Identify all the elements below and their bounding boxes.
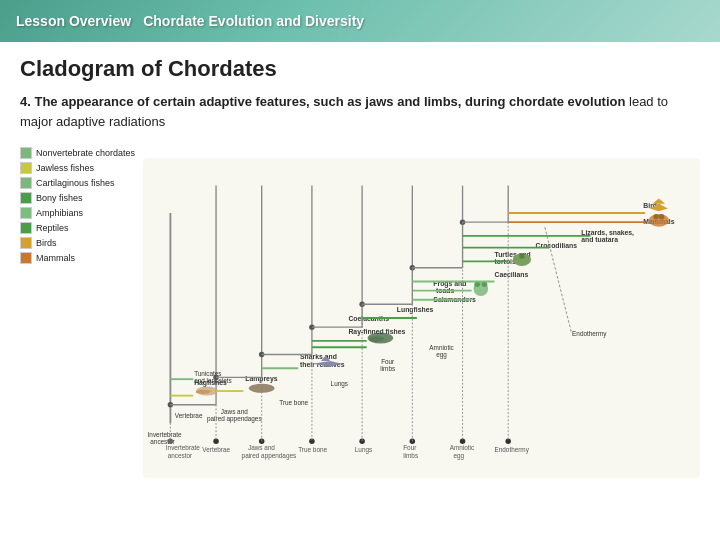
- svg-text:limbs: limbs: [403, 452, 418, 459]
- legend-label-jawless: Jawless fishes: [36, 163, 94, 174]
- legend-color-jawless: [20, 162, 32, 174]
- page-header-title: Chordate Evolution and Diversity: [143, 13, 364, 29]
- cladogram-diagram: Invertebrate ancestor Vertebrae Hagfishe…: [143, 143, 700, 493]
- svg-text:Amniotic: Amniotic: [450, 444, 475, 451]
- legend-color-nonvertebrate: [20, 147, 32, 159]
- svg-text:Four: Four: [403, 444, 417, 451]
- legend-label-birds: Birds: [36, 238, 57, 249]
- svg-text:Endothermy: Endothermy: [495, 446, 530, 454]
- svg-point-64: [519, 253, 524, 258]
- lesson-label: Lesson Overview: [16, 13, 131, 29]
- legend-color-mammals: [20, 252, 32, 264]
- legend-item-bony: Bony fishes: [20, 192, 135, 204]
- description: 4. The appearance of certain adaptive fe…: [20, 92, 700, 131]
- page-title: Cladogram of Chordates: [20, 56, 700, 82]
- svg-text:and tuatara: and tuatara: [581, 236, 618, 243]
- svg-text:limbs: limbs: [380, 365, 395, 372]
- svg-point-80: [653, 214, 658, 219]
- cladogram-container: Nonvertebrate chordates Jawless fishes C…: [20, 143, 700, 493]
- header: Lesson Overview Chordate Evolution and D…: [0, 0, 720, 42]
- legend-label-cartilaginous: Cartilaginous fishes: [36, 178, 115, 189]
- description-bold: 4. The appearance of certain adaptive fe…: [20, 94, 625, 109]
- legend-color-birds: [20, 237, 32, 249]
- svg-text:Lungs: Lungs: [355, 446, 372, 454]
- legend-item-jawless: Jawless fishes: [20, 162, 135, 174]
- svg-text:Invertebrate: Invertebrate: [166, 444, 200, 451]
- legend-item-birds: Birds: [20, 237, 135, 249]
- svg-text:True bone: True bone: [279, 399, 308, 406]
- legend-color-amphibians: [20, 207, 32, 219]
- legend-item-reptiles: Reptiles: [20, 222, 135, 234]
- legend-label-mammals: Mammals: [36, 253, 75, 264]
- svg-text:ancestor: ancestor: [168, 452, 193, 459]
- svg-text:Invertebrate: Invertebrate: [148, 431, 182, 438]
- svg-point-81: [659, 214, 664, 219]
- svg-rect-0: [143, 158, 700, 478]
- legend-label-reptiles: Reptiles: [36, 223, 69, 234]
- legend-item-cartilaginous: Cartilaginous fishes: [20, 177, 135, 189]
- legend-color-bony: [20, 192, 32, 204]
- svg-text:True bone: True bone: [298, 446, 327, 453]
- legend-item-mammals: Mammals: [20, 252, 135, 264]
- svg-text:Vertebrae: Vertebrae: [202, 446, 230, 453]
- svg-text:Jaws and: Jaws and: [248, 444, 275, 451]
- legend-item-nonvertebrate: Nonvertebrate chordates: [20, 147, 135, 159]
- svg-point-79: [649, 214, 669, 227]
- svg-text:Endothermy: Endothermy: [572, 330, 607, 338]
- svg-text:Vertebrae: Vertebrae: [175, 412, 203, 419]
- main-content: Cladogram of Chordates 4. The appearance…: [0, 42, 720, 501]
- legend-label-bony: Bony fishes: [36, 193, 83, 204]
- svg-text:Amniotic: Amniotic: [429, 344, 454, 351]
- svg-text:egg: egg: [453, 452, 464, 460]
- legend-color-reptiles: [20, 222, 32, 234]
- legend-label-amphibians: Amphibians: [36, 208, 83, 219]
- svg-text:paired appendages: paired appendages: [242, 452, 297, 460]
- legend-label-nonvertebrate: Nonvertebrate chordates: [36, 148, 135, 159]
- svg-text:Lungfishes: Lungfishes: [397, 306, 434, 314]
- cladogram-svg: Invertebrate ancestor Vertebrae Hagfishe…: [143, 143, 700, 493]
- svg-text:egg: egg: [436, 351, 447, 359]
- svg-text:paired appendages: paired appendages: [207, 415, 262, 423]
- legend-color-cartilaginous: [20, 177, 32, 189]
- svg-text:Caecilians: Caecilians: [495, 271, 529, 278]
- legend: Nonvertebrate chordates Jawless fishes C…: [20, 143, 135, 493]
- svg-text:Jaws and: Jaws and: [221, 408, 248, 415]
- legend-item-amphibians: Amphibians: [20, 207, 135, 219]
- svg-text:Four: Four: [381, 358, 395, 365]
- svg-text:Ray-finned fishes: Ray-finned fishes: [348, 328, 405, 336]
- svg-text:Lungs: Lungs: [331, 380, 348, 388]
